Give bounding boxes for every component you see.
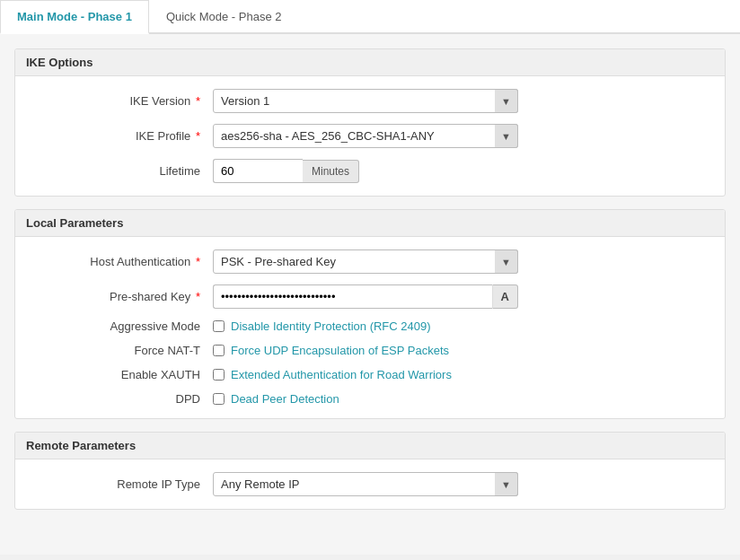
tab-main-mode[interactable]: Main Mode - Phase 1	[0, 0, 149, 34]
preshared-key-control: A	[213, 284, 518, 309]
aggressive-mode-control: Disable Identity Protection (RFC 2409)	[213, 319, 518, 333]
host-auth-select-wrapper: PSK - Pre-shared Key Certificate ▼	[213, 249, 518, 274]
dpd-control: Dead Peer Detection	[213, 392, 518, 406]
ike-profile-required: *	[196, 129, 200, 143]
lifetime-row: Lifetime Minutes	[33, 159, 707, 183]
force-nat-checkbox[interactable]	[213, 345, 225, 356]
enable-xauth-row: Enable XAUTH Extended Authentication for…	[33, 368, 707, 381]
lifetime-input-wrapper: Minutes	[213, 159, 518, 183]
remote-ip-type-label: Remote IP Type	[33, 477, 213, 491]
lifetime-control: Minutes	[213, 159, 518, 183]
ike-version-label: IKE Version *	[33, 94, 213, 108]
enable-xauth-checkbox[interactable]	[213, 369, 225, 381]
preshared-key-label: Pre-shared Key *	[33, 290, 213, 303]
remote-ip-type-select-wrapper: Any Remote IP Static IP Dynamic IP ▼	[213, 472, 518, 496]
dpd-checkbox[interactable]	[213, 393, 225, 405]
enable-xauth-checkbox-row: Extended Authentication for Road Warrior…	[213, 368, 518, 381]
force-nat-checkbox-row: Force UDP Encapsulation of ESP Packets	[213, 344, 518, 357]
aggressive-mode-checkbox-row: Disable Identity Protection (RFC 2409)	[213, 319, 518, 333]
aggressive-mode-checkbox[interactable]	[213, 320, 225, 332]
remote-params-section: Remote Parameters Remote IP Type Any Rem…	[14, 432, 726, 510]
host-auth-control: PSK - Pre-shared Key Certificate ▼	[213, 249, 518, 274]
remote-ip-type-row: Remote IP Type Any Remote IP Static IP D…	[33, 472, 707, 496]
host-auth-select[interactable]: PSK - Pre-shared Key Certificate	[213, 249, 518, 274]
preshared-key-toggle-btn[interactable]: A	[492, 284, 518, 309]
remote-ip-type-select[interactable]: Any Remote IP Static IP Dynamic IP	[213, 472, 518, 496]
local-params-body: Host Authentication * PSK - Pre-shared K…	[15, 237, 725, 418]
psk-wrapper: A	[213, 284, 518, 309]
content-area: IKE Options IKE Version * Version 1 Vers…	[0, 34, 740, 555]
dpd-checkbox-row: Dead Peer Detection	[213, 392, 518, 406]
ike-profile-select-wrapper: aes256-sha - AES_256_CBC-SHA1-ANY ▼	[213, 124, 518, 148]
local-params-header: Local Parameters	[15, 210, 725, 237]
force-nat-control: Force UDP Encapsulation of ESP Packets	[213, 344, 518, 357]
ike-version-required: *	[196, 94, 200, 108]
dpd-checkbox-label[interactable]: Dead Peer Detection	[231, 392, 339, 406]
ike-profile-select[interactable]: aes256-sha - AES_256_CBC-SHA1-ANY	[213, 124, 518, 148]
lifetime-label: Lifetime	[33, 164, 213, 178]
aggressive-mode-label: Aggressive Mode	[33, 319, 213, 333]
ike-options-section: IKE Options IKE Version * Version 1 Vers…	[14, 48, 726, 197]
tab-quick-mode[interactable]: Quick Mode - Phase 2	[149, 0, 299, 34]
ike-version-row: IKE Version * Version 1 Version 2 ▼	[33, 89, 707, 113]
preshared-key-input[interactable]	[213, 284, 492, 309]
preshared-key-row: Pre-shared Key * A	[33, 284, 707, 309]
ike-options-header: IKE Options	[15, 49, 725, 76]
tab-bar: Main Mode - Phase 1 Quick Mode - Phase 2	[0, 0, 740, 34]
force-nat-label: Force NAT-T	[33, 344, 213, 357]
lifetime-suffix: Minutes	[303, 160, 359, 183]
local-params-section: Local Parameters Host Authentication * P…	[14, 209, 726, 419]
lifetime-input[interactable]	[213, 159, 303, 183]
force-nat-row: Force NAT-T Force UDP Encapsulation of E…	[33, 344, 707, 357]
ike-version-control: Version 1 Version 2 ▼	[213, 89, 518, 113]
remote-params-body: Remote IP Type Any Remote IP Static IP D…	[15, 459, 725, 509]
dpd-label: DPD	[33, 392, 213, 406]
ike-version-select[interactable]: Version 1 Version 2	[213, 89, 518, 113]
host-auth-required: *	[196, 255, 200, 268]
enable-xauth-checkbox-label[interactable]: Extended Authentication for Road Warrior…	[231, 368, 452, 381]
remote-params-header: Remote Parameters	[15, 433, 725, 459]
preshared-key-required: *	[196, 290, 200, 303]
ike-version-select-wrapper: Version 1 Version 2 ▼	[213, 89, 518, 113]
aggressive-mode-row: Aggressive Mode Disable Identity Protect…	[33, 319, 707, 333]
enable-xauth-label: Enable XAUTH	[33, 368, 213, 381]
ike-profile-control: aes256-sha - AES_256_CBC-SHA1-ANY ▼	[213, 124, 518, 148]
ike-options-body: IKE Version * Version 1 Version 2 ▼	[15, 76, 725, 196]
dpd-row: DPD Dead Peer Detection	[33, 392, 707, 406]
aggressive-mode-checkbox-label[interactable]: Disable Identity Protection (RFC 2409)	[231, 319, 431, 333]
force-nat-checkbox-label[interactable]: Force UDP Encapsulation of ESP Packets	[231, 344, 449, 357]
ike-profile-row: IKE Profile * aes256-sha - AES_256_CBC-S…	[33, 124, 707, 148]
host-auth-row: Host Authentication * PSK - Pre-shared K…	[33, 249, 707, 274]
ike-profile-label: IKE Profile *	[33, 129, 213, 143]
host-auth-label: Host Authentication *	[33, 255, 213, 268]
enable-xauth-control: Extended Authentication for Road Warrior…	[213, 368, 518, 381]
remote-ip-type-control: Any Remote IP Static IP Dynamic IP ▼	[213, 472, 518, 496]
